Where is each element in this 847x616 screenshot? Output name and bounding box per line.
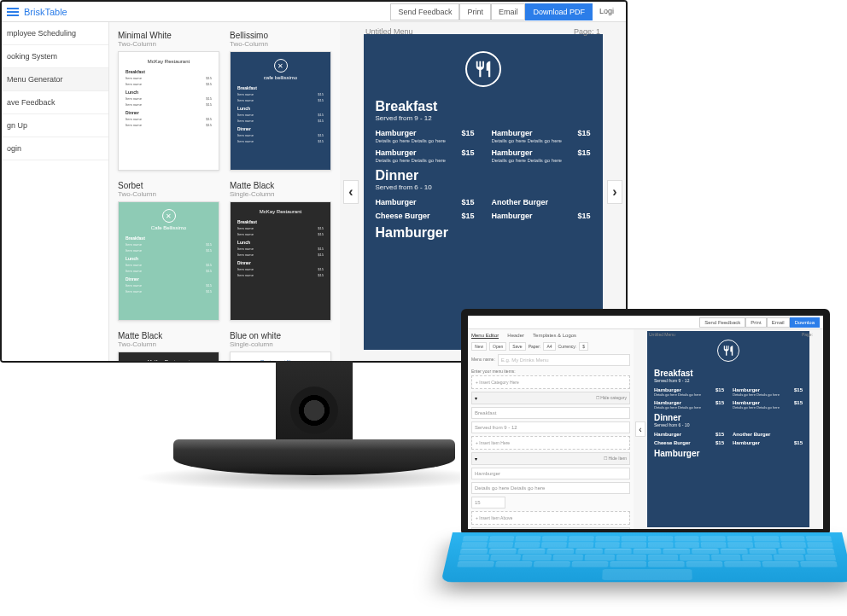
monitor-shadow [135, 465, 494, 491]
menu-item: Hamburger$15 Details go here Details go … [492, 148, 591, 163]
item-header-2: ▾ ☐ Hide Item [471, 527, 630, 529]
template-title: Matte Black [230, 181, 331, 190]
menu-editor-panel: Menu Editor Header Templates & Logos New… [468, 329, 634, 529]
template-sub: Single-column [230, 340, 331, 348]
sidebar-item-scheduling[interactable]: mployee Scheduling [2, 22, 108, 45]
tab-menu-editor[interactable]: Menu Editor [471, 333, 499, 339]
menu-row: Hamburger$15 Details go here Details go … [654, 387, 803, 397]
template-card[interactable]: Minimal White Two-Column McKay Restauran… [118, 31, 219, 171]
currency-select[interactable]: $ [579, 342, 588, 351]
template-thumbnail: McKay RestaurantBreakfastItem name$15Ite… [118, 51, 219, 171]
preview-page: Page: 1 [574, 27, 600, 36]
paper-select[interactable]: A4 [543, 342, 555, 351]
topbar-actions: Send Feedback Print Email Download PDF L… [390, 3, 621, 20]
menu-section-title: Breakfast [654, 369, 803, 378]
menu-item: Cheese Burger$15 [654, 440, 724, 445]
template-card[interactable]: Blue on white Single-column Restaurant N… [230, 331, 331, 361]
template-card[interactable]: Bellissimo Two-Column ✕cafe bellissimoBr… [230, 31, 331, 171]
category-header: ▾ ☐ Hide category [471, 392, 630, 404]
menu-item: Hamburger$15 Details go here Details go … [654, 387, 724, 397]
topbar: BriskTable Send Feedback Print Email Dow… [2, 2, 626, 22]
category-sub-input[interactable]: Served from 9 - 12 [471, 421, 630, 433]
menu-item: Hamburger$15 [376, 198, 475, 206]
lap-print-button[interactable]: Print [745, 317, 766, 328]
menu-item: Hamburger$15 Details go here Details go … [733, 387, 803, 397]
tab-header[interactable]: Header [507, 333, 524, 339]
brand-logo: BriskTable [24, 7, 67, 17]
menu-section-sub: Served from 6 - 10 [376, 183, 591, 191]
monitor-stand [276, 361, 353, 446]
template-thumbnail: ✕Cafe BellissimoBreakfastItem name$15Ite… [118, 201, 219, 321]
tab-templates[interactable]: Templates & Logos [533, 333, 576, 339]
download-pdf-button[interactable]: Download PDF [525, 3, 593, 20]
template-title: Matte Black [118, 331, 219, 340]
template-title: Blue on white [230, 331, 331, 340]
send-feedback-button[interactable]: Send Feedback [390, 3, 459, 20]
lap-preview-header: Untitled Menu Page: [649, 332, 813, 337]
menu-row: Cheese Burger$15 Hamburger$15 [654, 440, 803, 445]
template-card[interactable]: Matte Black Two-Column McKay Restaurant [118, 331, 219, 361]
sidebar-item-feedback[interactable]: ave Feedback [2, 91, 108, 114]
menu-section-title: Hamburger [376, 225, 591, 241]
menu-row: Cheese Burger$15 Hamburger$15 [376, 212, 591, 220]
template-thumbnail: Restaurant Name [230, 352, 331, 361]
lap-send-feedback-button[interactable]: Send Feedback [699, 317, 745, 328]
item-name-input[interactable]: Hamburger [471, 468, 630, 479]
lap-fork-spoon-icon [717, 340, 739, 362]
item-price-input[interactable]: 15 [471, 497, 505, 508]
editor-toolbar: New Open Save Paper: A4 Currency: $ [471, 342, 630, 351]
menu-section-title: Breakfast [376, 99, 591, 114]
menu-item: Hamburger$15 Details go here Details go … [492, 129, 591, 143]
next-arrow-icon[interactable]: › [607, 180, 622, 204]
hamburger-icon[interactable] [7, 8, 19, 16]
open-button[interactable]: Open [489, 342, 506, 351]
sidebar-item-menu-generator[interactable]: Menu Generator [2, 68, 108, 91]
currency-label: Currency: [558, 344, 577, 349]
insert-category-button[interactable]: + Insert Category Here [471, 375, 630, 389]
lap-prev-arrow-icon[interactable]: ‹ [635, 421, 645, 437]
item-desc-input[interactable]: Details go here Details go here [471, 482, 630, 494]
lap-email-button[interactable]: Email [767, 317, 790, 328]
template-card[interactable]: Sorbet Two-Column ✕Cafe BellissimoBreakf… [118, 181, 219, 321]
item-header: ▾ ☐ Hide Item [471, 452, 630, 465]
menu-row: Hamburger$15 Details go here Details go … [376, 148, 591, 163]
menu-item: Cheese Burger$15 [376, 212, 475, 220]
category-name-input[interactable]: Breakfast [471, 407, 630, 419]
menu-item: Hamburger$15 Details go here Details go … [654, 400, 724, 410]
new-button[interactable]: New [471, 342, 487, 351]
sidebar-item-login[interactable]: ogin [2, 137, 108, 160]
print-button[interactable]: Print [459, 3, 491, 20]
menu-item: Hamburger$15 Details go here Details go … [376, 148, 475, 163]
menu-section-sub: Served from 9 - 12 [376, 114, 591, 122]
template-gallery: Minimal White Two-Column McKay Restauran… [109, 22, 340, 361]
login-button[interactable]: Logi [593, 3, 621, 20]
enter-items-label: Enter your menu items: [471, 369, 630, 374]
hide-item-toggle[interactable]: ☐ Hide Item [604, 456, 627, 462]
laptop-screen: Send Feedback Print Email Downloa Menu E… [461, 309, 830, 536]
lap-download-button[interactable]: Downloa [790, 317, 820, 328]
menu-item: Hamburger$15 [492, 212, 591, 220]
menu-name-input[interactable]: E.g. My Drinks Menu [498, 354, 630, 366]
menu-item: Another Burger [492, 198, 591, 206]
template-title: Sorbet [118, 181, 219, 190]
lap-page-label: Page: [802, 332, 813, 337]
menu-section-title: Dinner [654, 413, 803, 422]
menu-row: Hamburger$15 Details go here Details go … [654, 400, 803, 410]
preview-header: Untitled Menu Page: 1 [365, 27, 600, 36]
menu-preview: BreakfastServed from 9 - 12 Hamburger$15… [364, 34, 603, 350]
sidebar-item-booking[interactable]: ooking System [2, 45, 108, 68]
menu-row: Hamburger$15 Details go here Details go … [376, 129, 591, 143]
prev-arrow-icon[interactable]: ‹ [343, 180, 359, 204]
template-sub: Two-Column [230, 40, 331, 48]
insert-item-button[interactable]: + Insert Item Here [471, 436, 630, 450]
template-title: Bellissimo [230, 31, 331, 40]
menu-section-title: Dinner [376, 168, 591, 183]
save-button[interactable]: Save [509, 342, 525, 351]
email-button[interactable]: Email [491, 3, 526, 20]
menu-section-sub: Served from 9 - 12 [654, 378, 803, 383]
insert-item-above-button[interactable]: + Insert Item Above [471, 511, 630, 525]
hide-category-toggle[interactable]: ☐ Hide category [596, 395, 627, 401]
template-card[interactable]: Matte Black Single-Column McKay Restaura… [230, 181, 331, 321]
sidebar-item-signup[interactable]: gn Up [2, 114, 108, 137]
template-thumbnail: McKay RestaurantBreakfastItem name$15Ite… [230, 201, 331, 321]
